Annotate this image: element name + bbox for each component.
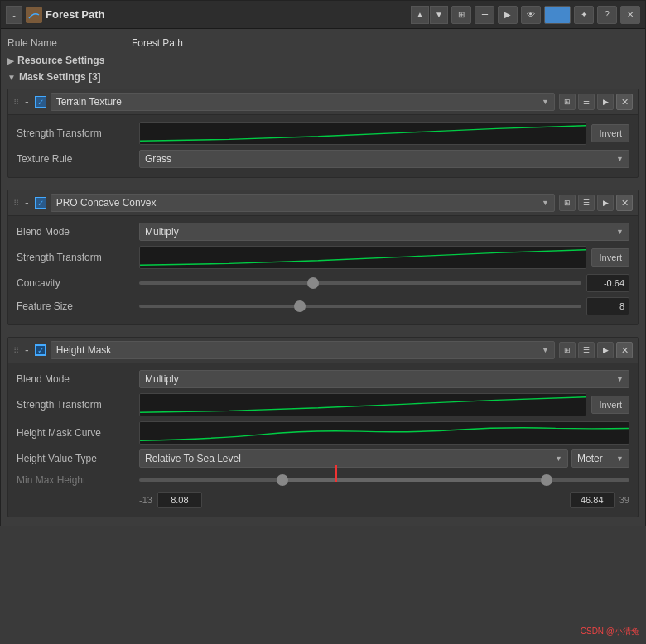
minus-button-3[interactable]: - [23, 344, 31, 356]
minus-button-2[interactable]: - [23, 197, 31, 209]
resource-settings-header[interactable]: ▶ Resource Settings [7, 52, 639, 69]
action-btn-2c[interactable]: ▶ [597, 195, 614, 211]
drag-handle-2[interactable]: ⠿ [13, 199, 19, 208]
pro-concave-arrow: ▼ [542, 199, 549, 207]
dash-button[interactable]: - [6, 6, 22, 24]
section-close-3[interactable]: ✕ [616, 342, 633, 358]
main-window: - Forest Path ▲ ▼ ⊞ ☰ ▶ 👁 ✦ ? ✕ [0, 0, 646, 526]
height-mask-header: ⠿ - ✓ Height Mask ▼ ⊞ ☰ ▶ ✕ [8, 338, 638, 363]
drag-handle-3[interactable]: ⠿ [13, 346, 19, 355]
section-close-1[interactable]: ✕ [616, 94, 633, 110]
strength-transform-row-1: Strength Transform Invert [17, 119, 629, 147]
blend-mode-row-2: Blend Mode Multiply ▼ [17, 220, 629, 243]
texture-rule-row: Texture Rule Grass ▼ [17, 147, 629, 171]
arrow-up-button[interactable]: ▲ [411, 6, 429, 24]
strength-curve-3[interactable] [139, 393, 586, 416]
texture-rule-field: Grass ▼ [139, 150, 629, 168]
action-btn-3b[interactable]: ☰ [578, 342, 595, 358]
strength-curve-2[interactable] [139, 246, 586, 269]
height-unit-arrow: ▼ [616, 454, 624, 463]
strength-curve-1[interactable] [139, 122, 586, 145]
blend-mode-row-3: Blend Mode Multiply ▼ [17, 368, 629, 391]
concavity-thumb[interactable] [307, 277, 319, 289]
enable-checkbox-1[interactable]: ✓ [35, 96, 46, 108]
minus-button-1[interactable]: - [23, 96, 31, 108]
color-swatch[interactable] [544, 6, 571, 24]
action-btn-2a[interactable]: ⊞ [559, 195, 576, 211]
concavity-slider[interactable] [139, 276, 581, 291]
blend-mode-label-2: Blend Mode [17, 226, 133, 238]
minmax-val-left[interactable]: 8.08 [157, 492, 202, 508]
action-btn-3a[interactable]: ⊞ [559, 342, 576, 358]
terrain-texture-arrow: ▼ [542, 98, 549, 106]
strength-label-1: Strength Transform [17, 127, 133, 139]
enable-checkbox-3[interactable]: ✓ [35, 344, 46, 356]
enable-checkbox-2[interactable]: ✓ [35, 197, 46, 209]
rule-name-label: Rule Name [7, 37, 123, 49]
list-button[interactable]: ☰ [475, 6, 494, 24]
height-unit-dropdown[interactable]: Meter ▼ [571, 449, 629, 468]
invert-button-1[interactable]: Invert [591, 124, 629, 142]
strength-label-2: Strength Transform [17, 252, 133, 263]
pro-concave-dropdown[interactable]: PRO Concave Convex ▼ [51, 194, 555, 212]
pin-button[interactable]: ✦ [574, 6, 594, 24]
height-value-type-dropdown[interactable]: Relative To Sea Level ▼ [139, 449, 568, 468]
title-bar-left: - Forest Path [6, 6, 406, 24]
texture-rule-label: Texture Rule [17, 153, 133, 165]
height-mask-dropdown[interactable]: Height Mask ▼ [51, 341, 555, 359]
rule-name-value: Forest Path [132, 37, 183, 49]
invert-button-3[interactable]: Invert [591, 396, 629, 414]
minmax-right-thumb[interactable] [541, 474, 552, 486]
action-btn-1c[interactable]: ▶ [597, 94, 614, 110]
minmax-height-label: Min Max Height [17, 474, 133, 486]
height-mask-curve-field [139, 421, 629, 445]
close-button[interactable]: ✕ [620, 6, 640, 24]
minmax-range [277, 478, 542, 482]
blend-mode-arrow-2: ▼ [616, 228, 624, 236]
play-button[interactable]: ▶ [498, 6, 518, 24]
blend-mode-field-2: Multiply ▼ [139, 223, 629, 241]
action-btn-1b[interactable]: ☰ [578, 94, 595, 110]
eye-button[interactable]: 👁 [521, 6, 541, 24]
minmax-slider[interactable] [139, 473, 629, 488]
terrain-texture-dropdown[interactable]: Terrain Texture ▼ [51, 93, 555, 111]
height-value-type-row: Height Value Type Relative To Sea Level … [17, 447, 629, 470]
minmax-height-row: Min Max Height [17, 470, 629, 490]
help-button[interactable]: ? [597, 6, 617, 24]
feature-size-value: 8 [586, 297, 629, 315]
arrow-down-button[interactable]: ▼ [430, 6, 448, 24]
feature-size-track [139, 305, 581, 308]
height-value-type-field: Relative To Sea Level ▼ Meter ▼ [139, 449, 629, 468]
minmax-slider-field [139, 473, 629, 488]
invert-button-2[interactable]: Invert [591, 248, 629, 267]
minmax-left-thumb[interactable] [277, 474, 288, 486]
strength-transform-row-3: Strength Transform Invert [17, 391, 629, 419]
window-icon [26, 7, 42, 23]
strength-field-right-3: Invert [139, 393, 629, 416]
action-btn-1a[interactable]: ⊞ [559, 94, 576, 110]
mask-settings-header[interactable]: ▼ Mask Settings [3] [7, 69, 639, 85]
blend-mode-dropdown-2[interactable]: Multiply ▼ [139, 223, 629, 241]
texture-rule-dropdown[interactable]: Grass ▼ [139, 150, 629, 168]
blend-mode-dropdown-3[interactable]: Multiply ▼ [139, 370, 629, 388]
feature-size-slider[interactable] [139, 299, 581, 314]
height-mask-curve-canvas[interactable] [139, 421, 629, 445]
feature-size-thumb[interactable] [294, 300, 306, 312]
texture-rule-value: Grass [145, 153, 171, 165]
strength-label-3: Strength Transform [17, 399, 133, 411]
svg-rect-1 [140, 123, 586, 144]
blend-mode-label-3: Blend Mode [17, 373, 133, 385]
pro-concave-title: PRO Concave Convex [56, 197, 157, 209]
action-btn-2b[interactable]: ☰ [578, 195, 595, 211]
minmax-red-marker [335, 465, 337, 482]
drag-handle-1[interactable]: ⠿ [13, 98, 19, 107]
height-mask-actions: ⊞ ☰ ▶ ✕ [559, 342, 633, 358]
concavity-field: -0.64 [139, 274, 629, 292]
height-mask-body: Blend Mode Multiply ▼ Strength Transform [8, 363, 638, 517]
height-mask-curve-label: Height Mask Curve [17, 427, 133, 439]
add-button[interactable]: ⊞ [451, 6, 471, 24]
height-mask-title: Height Mask [56, 344, 112, 356]
minmax-val-right[interactable]: 46.84 [570, 492, 615, 508]
action-btn-3c[interactable]: ▶ [597, 342, 614, 358]
section-close-2[interactable]: ✕ [616, 195, 633, 211]
